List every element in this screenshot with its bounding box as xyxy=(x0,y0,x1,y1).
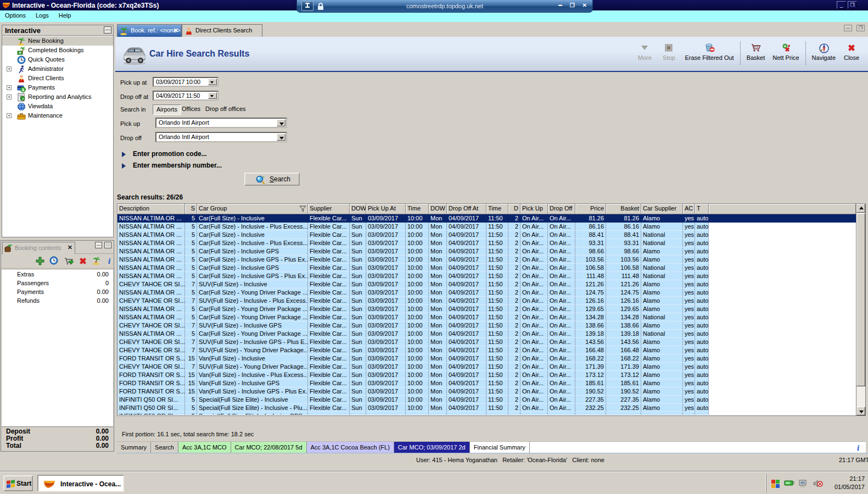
mdi-minimize-button[interactable]: — xyxy=(844,25,852,31)
column-header-drop-off-at[interactable]: Drop Off At xyxy=(447,204,486,214)
search-in-airports-button[interactable]: Airports xyxy=(153,104,181,115)
column-header-car-group[interactable]: Car Group xyxy=(197,204,308,214)
sidebar-item-quick-quotes[interactable]: Quick Quotes xyxy=(2,55,113,64)
result-row-10[interactable]: NISSAN ALTIMA OR ...5Car(Full Size) - Yo… xyxy=(117,288,856,297)
booking-contents-close-icon[interactable]: ✕ xyxy=(68,244,72,251)
tab-close-icon[interactable]: ✕ xyxy=(173,27,178,34)
booking-row-passengers[interactable]: Passengers0 xyxy=(2,279,113,287)
column-header-car-supplier[interactable]: Car Supplier xyxy=(641,204,683,214)
result-row-6[interactable]: NISSAN ALTIMA OR ...5Car(Full Size) - In… xyxy=(117,256,856,264)
result-row-22[interactable]: FORD TRANSIT OR S...15Van(Full Size) - I… xyxy=(117,387,856,396)
dropoff-at-dropdown-button[interactable] xyxy=(208,92,217,99)
pickup-combo[interactable]: Orlando Intl Airport xyxy=(155,118,287,128)
result-row-4[interactable]: NISSAN ALTIMA OR ...5Car(Full Size) - In… xyxy=(117,239,856,247)
results-scrollbar[interactable] xyxy=(856,204,865,415)
result-row-18[interactable]: FORD TRANSIT OR S...15Van(Full Size) - I… xyxy=(117,354,856,363)
scrollbar-up-button[interactable] xyxy=(856,204,865,213)
cart-icon[interactable] xyxy=(64,256,74,266)
delete-icon[interactable] xyxy=(78,256,88,266)
expand-plus-icon[interactable]: + xyxy=(7,113,12,118)
antivirus-tray-icon[interactable] xyxy=(771,479,780,489)
info-icon[interactable]: i xyxy=(107,256,116,266)
rdp-restore-button[interactable]: ❐ xyxy=(570,2,575,8)
section-tab-car-mco-03-09-2017-2d[interactable]: Car MCO; 03/09/2017 2d xyxy=(394,442,470,453)
membership-expander[interactable]: Enter membership number... xyxy=(122,162,222,169)
add-icon[interactable] xyxy=(35,256,45,266)
result-row-16[interactable]: CHEVY TAHOE OR SI...7SUV(Full Size) - In… xyxy=(117,338,856,346)
dropoff-dropdown-button[interactable] xyxy=(277,134,285,141)
start-button[interactable]: Start xyxy=(3,475,33,491)
result-row-20[interactable]: FORD TRANSIT OR S...15Van(Full Size) - I… xyxy=(117,371,856,379)
booking-contents-tab[interactable]: Booking contents ✕ xyxy=(2,242,75,254)
column-header-dow[interactable]: DOW xyxy=(429,204,447,214)
result-row-23[interactable]: INFINITI Q50 OR SI...5Special(Full Size … xyxy=(117,396,856,404)
result-row-8[interactable]: NISSAN ALTIMA OR ...5Car(Full Size) - In… xyxy=(117,272,856,280)
interactive-panel-collapse-button[interactable]: — xyxy=(104,26,111,34)
section-tab-acc-3a-1c-mco[interactable]: Acc 3A,1C MCO xyxy=(178,442,231,453)
result-row-9[interactable]: CHEVY TAHOE OR SI...7SUV(Full Size) - In… xyxy=(117,280,856,288)
expand-plus-icon[interactable]: + xyxy=(7,85,12,90)
sidebar-item-reporting-and-analytics[interactable]: +✓Reporting and Analytics xyxy=(2,92,113,102)
search-in-dropoff-offices-button[interactable]: Drop off offices xyxy=(205,106,246,112)
pickup-at-field[interactable]: 03/09/2017 10:00 xyxy=(153,77,219,87)
search-button[interactable]: Search xyxy=(244,173,300,186)
taskbar-app-button[interactable]: Interactive - Ocea... xyxy=(37,475,124,492)
filter-icon[interactable] xyxy=(299,206,306,213)
dropoff-at-field[interactable]: 04/09/2017 11:50 xyxy=(153,91,219,101)
sidebar-item-completed-bookings[interactable]: Completed Bookings xyxy=(2,46,113,55)
column-header-ac[interactable]: AC xyxy=(683,204,695,214)
sidebar-item-new-booking[interactable]: New Booking xyxy=(2,36,113,46)
palm-tree-icon[interactable] xyxy=(92,256,102,266)
booking-panel-minimize-button[interactable]: — xyxy=(95,242,102,248)
promo-code-expander[interactable]: Enter promotion code... xyxy=(122,150,207,158)
result-row-15[interactable]: NISSAN ALTIMA OR ...5Car(Full Size) - Yo… xyxy=(117,330,856,338)
column-header-supplier[interactable]: Supplier xyxy=(308,204,350,214)
toolbar-basket-button[interactable]: Basket xyxy=(743,40,769,61)
result-row-21[interactable]: FORD TRANSIT OR S...15Van(Full Size) - I… xyxy=(117,379,856,387)
result-row-7[interactable]: NISSAN ALTIMA OR ...5Car(Full Size) - In… xyxy=(117,264,856,272)
column-header-s[interactable]: S xyxy=(185,204,197,214)
section-tab-car-mco-22-08-2017-5d[interactable]: Car MCO; 22/08/2017 5d xyxy=(231,442,307,453)
network-tray-icon[interactable] xyxy=(798,479,808,489)
volume-muted-tray-icon[interactable] xyxy=(813,479,822,489)
result-row-5[interactable]: NISSAN ALTIMA OR ...5Car(Full Size) - In… xyxy=(117,247,856,256)
column-header-price[interactable]: Price xyxy=(575,204,606,214)
booking-panel-maximize-button[interactable]: □ xyxy=(104,242,111,248)
column-header-dow[interactable]: DOW xyxy=(350,204,366,214)
scrollbar-thumb[interactable] xyxy=(856,213,865,386)
info-icon[interactable]: i xyxy=(855,443,863,451)
rdp-minimize-button[interactable]: ━ xyxy=(559,2,562,8)
toolbar-erase-filtered-out-button[interactable]: Erase Filtered Out xyxy=(681,40,737,61)
result-row-13[interactable]: NISSAN ALTIMA OR ...5Car(Full Size) - Yo… xyxy=(117,313,856,321)
result-row-19[interactable]: CHEVY TAHOE OR SI...7SUV(Full Size) - Yo… xyxy=(117,363,856,371)
result-row-1[interactable]: NISSAN ALTIMA OR ...5Car(Full Size) - In… xyxy=(117,214,856,223)
result-row-11[interactable]: CHEVY TAHOE OR SI...7SUV(Full Size) - In… xyxy=(117,297,856,305)
sidebar-item-viewdata[interactable]: Viewdata xyxy=(2,102,113,111)
result-row-2[interactable]: NISSAN ALTIMA OR ...5Car(Full Size) - In… xyxy=(117,223,856,231)
sidebar-item-direct-clients[interactable]: Direct Clients xyxy=(2,74,113,83)
expand-plus-icon[interactable]: + xyxy=(7,66,12,71)
result-row-24[interactable]: INFINITI Q50 OR SI...5Special(Full Size … xyxy=(117,404,856,412)
menu-logs[interactable]: Logs xyxy=(31,10,54,19)
column-header-pick-up[interactable]: Pick Up xyxy=(520,204,548,214)
pickup-at-dropdown-button[interactable] xyxy=(208,79,217,85)
quick-quote-icon[interactable] xyxy=(49,256,59,266)
mdi-restore-button[interactable]: ❐ xyxy=(856,25,865,31)
column-header-d[interactable]: D xyxy=(508,204,520,214)
result-row-25[interactable]: INFINITI Q50 OR SI...5Special(Full Size … xyxy=(117,412,856,415)
column-header-time[interactable]: Time xyxy=(486,204,508,214)
section-tab-summary[interactable]: Summary xyxy=(117,442,151,453)
section-tab-acc-3a-1c-cocoa-beach-fl-[interactable]: Acc 3A,1C Cocoa Beach (FL) xyxy=(307,442,394,453)
toolbar-nett-price-button[interactable]: Nett Price xyxy=(769,40,803,61)
toolbar-navigate-button[interactable]: Navigate xyxy=(808,40,839,61)
section-tab-search[interactable]: Search xyxy=(151,442,178,453)
menu-help[interactable]: Help xyxy=(54,10,76,19)
column-header-pick-up-at[interactable]: Pick Up At xyxy=(366,204,406,214)
tab-direct-clients-search[interactable]: Direct Clients Search xyxy=(182,24,262,37)
column-header-drop-off[interactable]: Drop Off xyxy=(548,204,575,214)
search-in-offices-button[interactable]: Offices xyxy=(182,106,200,112)
section-tab-financial-summary[interactable]: Financial Summary xyxy=(470,442,530,453)
network-adapter-tray-icon[interactable] xyxy=(784,479,793,489)
result-row-17[interactable]: CHEVY TAHOE OR SI...7SUV(Full Size) - Yo… xyxy=(117,346,856,354)
booking-row-refunds[interactable]: Refunds0.00 xyxy=(2,296,113,305)
